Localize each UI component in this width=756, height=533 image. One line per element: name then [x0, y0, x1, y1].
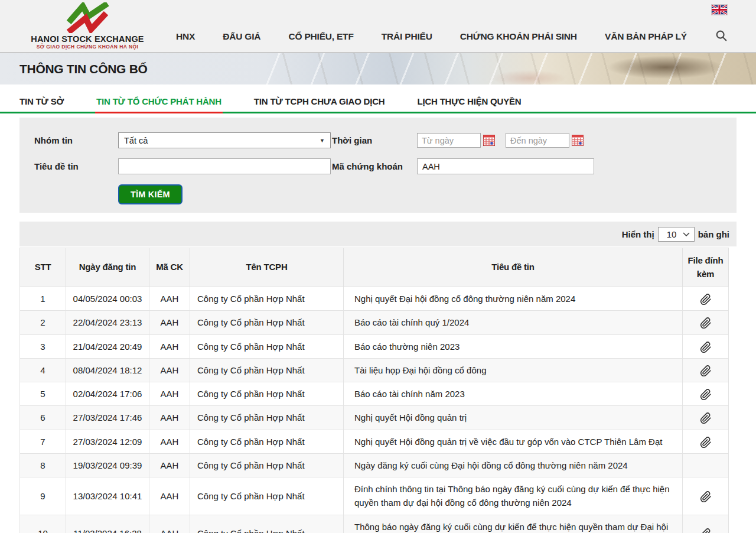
paperclip-attachment-icon[interactable] — [700, 317, 712, 329]
search-icon[interactable] — [715, 29, 728, 42]
cell-stt: 8 — [20, 453, 66, 477]
paperclip-attachment-icon[interactable] — [700, 437, 712, 448]
cell-stt: 7 — [20, 430, 66, 453]
english-language-flag-icon[interactable] — [712, 5, 727, 15]
cell-code: AAH — [149, 477, 190, 515]
records-label: bản ghi — [698, 229, 729, 239]
paperclip-attachment-icon[interactable] — [700, 389, 712, 401]
col-header-title: Tiêu đề tin — [344, 248, 683, 287]
nav-item-trai-phieu[interactable]: TRÁI PHIẾU — [382, 31, 432, 42]
stock-code-input[interactable] — [417, 158, 594, 174]
tab-tin-tu-so[interactable]: TIN TỪ SỞ — [19, 92, 64, 112]
cell-title[interactable]: Báo cáo thường niên 2023 — [344, 334, 683, 358]
main-nav: HNX ĐẤU GIÁ CỔ PHIẾU, ETF TRÁI PHIẾU CHỨ… — [141, 0, 756, 52]
table-row: 4 08/04/2024 18:12 AAH Công ty Cổ phần H… — [20, 358, 729, 382]
col-header-company: Tên TCPH — [190, 248, 344, 287]
table-row: 2 22/04/2024 23:13 AAH Công ty Cổ phần H… — [20, 311, 729, 334]
cell-title[interactable]: Nghị quyết Hội đồng quản trị về việc đầu… — [344, 430, 683, 453]
col-header-stt: STT — [20, 248, 66, 287]
paperclip-attachment-icon[interactable] — [700, 528, 712, 533]
cell-attachment — [683, 406, 729, 430]
cell-attachment — [683, 515, 729, 533]
news-group-selected-value: Tất cả — [124, 136, 148, 145]
nav-item-van-ban-phap-ly[interactable]: VĂN BẢN PHÁP LÝ — [605, 31, 687, 42]
nav-item-chung-khoan-phai-sinh[interactable]: CHỨNG KHOÁN PHÁI SINH — [460, 31, 577, 42]
table-row: 3 21/04/2024 20:49 AAH Công ty Cổ phần H… — [20, 334, 729, 358]
news-group-label: Nhóm tin — [34, 135, 118, 145]
news-title-label: Tiêu đề tin — [34, 161, 118, 171]
cell-date: 27/03/2024 12:09 — [66, 430, 149, 453]
cell-date: 19/03/2024 09:39 — [66, 453, 149, 477]
col-header-code: Mã CK — [149, 248, 190, 287]
page-banner: THÔNG TIN CÔNG BỐ — [0, 53, 756, 84]
cell-date: 27/03/2024 17:46 — [66, 406, 149, 430]
cell-title[interactable]: Ngày đăng ký cuối cùng Đại hội đồng cổ đ… — [344, 453, 683, 477]
nav-item-co-phieu-etf[interactable]: CỔ PHIẾU, ETF — [288, 31, 353, 42]
paperclip-attachment-icon[interactable] — [700, 294, 712, 306]
table-row: 8 19/03/2024 09:39 AAH Công ty Cổ phần H… — [20, 453, 729, 477]
paperclip-attachment-icon[interactable] — [700, 342, 712, 353]
paperclip-attachment-icon[interactable] — [700, 491, 712, 503]
table-row: 7 27/03/2024 12:09 AAH Công ty Cổ phần H… — [20, 430, 729, 453]
cell-date: 21/04/2024 20:49 — [66, 334, 149, 358]
tab-tin-tu-to-chuc-phat-hanh[interactable]: TIN TỪ TỔ CHỨC PHÁT HÀNH — [96, 92, 221, 112]
cell-title[interactable]: Nghị quyết Hội đồng quản trị — [344, 406, 683, 430]
cell-code: AAH — [149, 358, 190, 382]
table-row: 5 02/04/2024 17:06 AAH Công ty Cổ phần H… — [20, 382, 729, 406]
cell-company: Công ty Cổ phần Hợp Nhất — [190, 477, 344, 515]
paperclip-attachment-icon[interactable] — [700, 412, 712, 424]
cell-attachment — [683, 311, 729, 334]
cell-stt: 6 — [20, 406, 66, 430]
page-size-select[interactable]: 10 — [658, 227, 695, 242]
table-header-row: STT Ngày đăng tin Mã CK Tên TCPH Tiêu đề… — [20, 248, 729, 287]
cell-date: 22/04/2024 23:13 — [66, 311, 149, 334]
cell-title[interactable]: Thông báo ngày đăng ký cuối cùng dự kiến… — [344, 515, 683, 533]
calendar-icon[interactable] — [572, 135, 584, 146]
paperclip-attachment-icon[interactable] — [700, 365, 712, 377]
cell-title[interactable]: Báo cáo tài chính quý 1/2024 — [344, 311, 683, 334]
to-date-input[interactable] — [506, 133, 569, 148]
cell-company: Công ty Cổ phần Hợp Nhất — [190, 430, 344, 453]
cell-date: 04/05/2024 00:03 — [66, 287, 149, 311]
cell-title[interactable]: Đính chính thông tin tại Thông báo ngày … — [344, 477, 683, 515]
display-label: Hiển thị — [622, 229, 654, 239]
from-date-input[interactable] — [417, 133, 481, 148]
calendar-icon[interactable] — [483, 135, 495, 146]
cell-attachment — [683, 334, 729, 358]
cell-date: 13/03/2024 10:41 — [66, 477, 149, 515]
cell-attachment — [683, 382, 729, 406]
cell-code: AAH — [149, 311, 190, 334]
cell-code: AAH — [149, 406, 190, 430]
cell-stt: 5 — [20, 382, 66, 406]
tab-bar: TIN TỪ SỞ TIN TỪ TỔ CHỨC PHÁT HÀNH TIN T… — [0, 92, 756, 113]
nav-item-hnx[interactable]: HNX — [176, 31, 195, 42]
tab-lich-thuc-hien-quyen[interactable]: LỊCH THỰC HIỆN QUYỀN — [417, 92, 521, 112]
site-header: HANOI STOCK EXCHANGE SỞ GIAO DỊCH CHỨNG … — [0, 0, 756, 53]
nav-item-dau-gia[interactable]: ĐẤU GIÁ — [223, 31, 260, 42]
hnx-logo[interactable]: HANOI STOCK EXCHANGE SỞ GIAO DỊCH CHỨNG … — [34, 2, 141, 52]
cell-title[interactable]: Báo cáo tài chính năm 2023 — [344, 382, 683, 406]
records-bar: Hiển thị 10 bản ghi — [19, 222, 737, 246]
chevron-down-icon: ▼ — [320, 138, 325, 144]
cell-stt: 4 — [20, 358, 66, 382]
cell-stt: 2 — [20, 311, 66, 334]
cell-title[interactable]: Nghị quyết Đại hội đồng cổ đông thường n… — [344, 287, 683, 311]
cell-code: AAH — [149, 430, 190, 453]
cell-attachment — [683, 477, 729, 515]
search-submit-button[interactable]: TÌM KIẾM — [118, 184, 183, 204]
col-header-date: Ngày đăng tin — [66, 248, 149, 287]
cell-company: Công ty Cổ phần Hợp Nhất — [190, 311, 344, 334]
cell-stt: 3 — [20, 334, 66, 358]
announcements-table: STT Ngày đăng tin Mã CK Tên TCPH Tiêu đề… — [19, 248, 729, 533]
cell-code: AAH — [149, 453, 190, 477]
news-group-select[interactable]: Tất cả ▼ — [118, 132, 331, 148]
news-title-input[interactable] — [118, 158, 331, 174]
time-range-fields — [417, 133, 726, 148]
hnx-logo-mark — [64, 2, 110, 33]
chevron-down-icon — [683, 232, 690, 236]
tab-tin-tu-tcph-chua-giao-dich[interactable]: TIN TỪ TCPH CHƯA GIAO DỊCH — [254, 92, 385, 112]
table-row: 1 04/05/2024 00:03 AAH Công ty Cổ phần H… — [20, 287, 729, 311]
cell-title[interactable]: Tài liệu họp Đại hội đồng cổ đông — [344, 358, 683, 382]
col-header-attachment: File đính kèm — [683, 248, 729, 287]
filter-panel: Nhóm tin Tất cả ▼ Thời gian Tiêu đề tin — [19, 118, 737, 213]
